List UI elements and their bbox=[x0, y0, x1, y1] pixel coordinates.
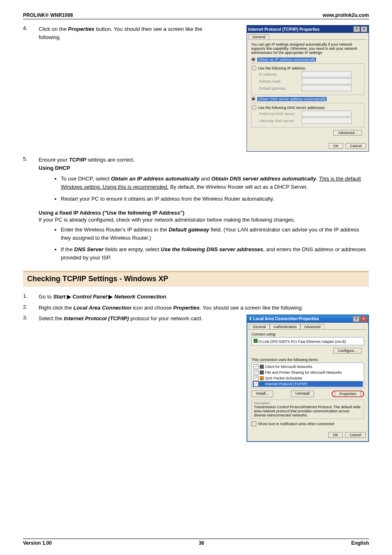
ip-address-label: IP address: bbox=[259, 72, 300, 76]
show-icon-checkbox[interactable] bbox=[251, 421, 256, 426]
fixed-bullets: Enter the Wireless Router's IP address i… bbox=[48, 226, 369, 262]
arrow-icon: ▶ bbox=[108, 294, 113, 300]
radio-use-following-dns[interactable] bbox=[252, 105, 256, 110]
tab-authentication[interactable]: Authentication bbox=[270, 324, 300, 329]
radio-obtain-ip-auto-label: Obtain an IP address automatically bbox=[257, 58, 316, 62]
tab-general[interactable]: General bbox=[249, 34, 269, 39]
install-button[interactable]: Install... bbox=[251, 391, 273, 397]
xp-step-3: 3. Select the Internet Protocol (TCP/IP)… bbox=[23, 314, 242, 323]
client-icon bbox=[260, 365, 264, 369]
alternate-dns-label: Alternate DNS server: bbox=[259, 119, 300, 123]
list-item: Enter the Wireless Router's IP address i… bbox=[61, 226, 369, 242]
dialog2-title: Local Area Connection Properties bbox=[253, 317, 319, 321]
radio-use-following-ip-label: Use the following IP address: bbox=[258, 66, 306, 70]
close-button[interactable]: × bbox=[360, 316, 367, 322]
list-item: To use DHCP, select Obtain an IP address… bbox=[61, 175, 369, 191]
subnet-mask-input[interactable] bbox=[302, 78, 352, 84]
header-right: www.prolink2u.com bbox=[323, 12, 369, 18]
checkbox[interactable]: ✓ bbox=[254, 370, 258, 375]
preferred-dns-label: Preferred DNS server: bbox=[259, 112, 300, 116]
page-header: PROLiNK® WNR1008 www.prolink2u.com bbox=[23, 12, 369, 19]
checkbox[interactable]: ✓ bbox=[254, 364, 258, 369]
ip-address-input[interactable] bbox=[302, 71, 352, 77]
footer-right: English bbox=[351, 540, 369, 546]
description-label: Description bbox=[254, 401, 362, 405]
xp-step-2: 2. Right click the Local Area Connection… bbox=[23, 304, 369, 312]
fps-icon bbox=[260, 370, 264, 375]
connection-icon: ⬇ bbox=[249, 317, 252, 321]
tcpip-icon bbox=[260, 382, 264, 386]
radio-use-following-dns-label: Use the following DNS server addresses: bbox=[258, 106, 325, 110]
radio-obtain-ip-auto[interactable] bbox=[251, 57, 256, 62]
nic-icon bbox=[254, 339, 258, 343]
dialog1-intro: You can get IP settings assigned automat… bbox=[251, 42, 364, 55]
lac-properties-dialog: ⬇ Local Area Connection Properties ? × G… bbox=[247, 314, 369, 442]
configure-button[interactable]: Configure... bbox=[333, 348, 362, 354]
arrow-icon: ▶ bbox=[67, 294, 71, 300]
close-button[interactable]: × bbox=[361, 26, 367, 32]
using-fixed-heading: Using a fixed IP Address ("Use the follo… bbox=[39, 210, 184, 216]
step-5: 5. Ensure your TCP/IP settings are corre… bbox=[23, 156, 369, 172]
default-gateway-input[interactable] bbox=[302, 85, 352, 91]
tab-advanced[interactable]: Advanced bbox=[300, 324, 324, 329]
properties-highlight: Properties bbox=[332, 391, 364, 397]
preferred-dns-input[interactable] bbox=[302, 111, 352, 117]
step-5-num: 5. bbox=[23, 156, 39, 172]
fixed-intro: If your PC is already configured, check … bbox=[39, 217, 295, 223]
dialog1-titlebar: Internet Protocol (TCP/IP) Properties ? … bbox=[247, 25, 369, 33]
default-gateway-label: Default gateway: bbox=[259, 86, 300, 90]
help-button[interactable]: ? bbox=[353, 316, 360, 322]
uses-label: This connection uses the following items… bbox=[251, 358, 364, 362]
xp-step-1: 1. Go to Start ▶ Control Panel ▶ Network… bbox=[23, 293, 369, 301]
help-button[interactable]: ? bbox=[353, 26, 360, 32]
dhcp-bullets: To use DHCP, select Obtain an IP address… bbox=[48, 175, 369, 203]
connect-using-label: Connect using: bbox=[251, 332, 364, 336]
adapter-name: D-Link DFE-530TX PCI Fast Ethernet Adapt… bbox=[259, 340, 346, 344]
ok-button[interactable]: OK bbox=[328, 432, 343, 438]
header-left: PROLiNK® WNR1008 bbox=[23, 12, 73, 18]
items-listbox[interactable]: ✓Client for Microsoft Networks ✓File and… bbox=[251, 363, 364, 388]
alternate-dns-input[interactable] bbox=[302, 118, 352, 124]
step-4: 4. Click on the Properties button. You s… bbox=[23, 25, 242, 42]
ok-button[interactable]: OK bbox=[329, 143, 343, 149]
radio-obtain-dns-auto[interactable] bbox=[251, 97, 256, 101]
qos-icon bbox=[260, 376, 264, 380]
checkbox[interactable]: ✓ bbox=[254, 376, 258, 381]
using-dhcp-heading: Using DHCP bbox=[39, 165, 70, 171]
cancel-button[interactable]: Cancel bbox=[345, 432, 366, 438]
radio-use-following-ip[interactable] bbox=[252, 66, 256, 70]
checkbox[interactable]: ✓ bbox=[254, 382, 258, 386]
radio-obtain-dns-auto-label: Obtain DNS server address automatically bbox=[257, 97, 327, 101]
tab-general[interactable]: General bbox=[249, 324, 270, 329]
list-item: If the DNS Server fields are empty, sele… bbox=[61, 245, 369, 262]
properties-button[interactable]: Properties bbox=[335, 391, 361, 397]
advanced-button[interactable]: Advanced... bbox=[333, 130, 362, 136]
tcpip-properties-dialog: Internet Protocol (TCP/IP) Properties ? … bbox=[247, 25, 369, 152]
cancel-button[interactable]: Cancel bbox=[346, 143, 366, 149]
description-text: Transmission Control Protocol/Internet P… bbox=[254, 405, 362, 417]
dialog1-title: Internet Protocol (TCP/IP) Properties bbox=[248, 27, 320, 32]
subnet-mask-label: Subnet mask: bbox=[259, 79, 300, 83]
footer-center: 36 bbox=[199, 540, 204, 546]
uninstall-button[interactable]: Uninstall bbox=[291, 391, 314, 397]
section-heading: Checking TCP/IP Settings - Windows XP bbox=[23, 271, 369, 287]
dialog2-titlebar: ⬇ Local Area Connection Properties ? × bbox=[247, 315, 368, 323]
list-item: Restart your PC to ensure it obtains an … bbox=[61, 195, 369, 203]
footer-left: Version 1.00 bbox=[23, 540, 52, 546]
step-4-num: 4. bbox=[23, 25, 39, 42]
page-footer: Version 1.00 36 English bbox=[23, 539, 369, 546]
show-icon-label: Show icon in notification area when conn… bbox=[258, 422, 334, 426]
